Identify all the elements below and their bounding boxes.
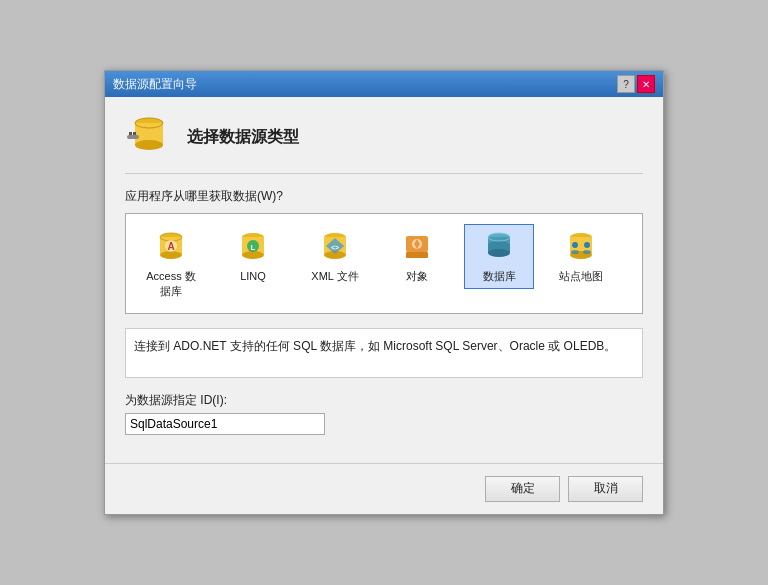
dialog-body: 选择数据源类型 应用程序从哪里获取数据(W)? A bbox=[105, 97, 663, 463]
dialog-title: 数据源配置向导 bbox=[113, 76, 197, 93]
xml-label: XML 文件 bbox=[311, 269, 358, 283]
svg-rect-5 bbox=[129, 132, 132, 135]
cancel-button[interactable]: 取消 bbox=[568, 476, 643, 502]
database-icon bbox=[481, 229, 517, 265]
header-icon bbox=[125, 113, 173, 161]
datasource-object[interactable]: 对象 bbox=[382, 224, 452, 288]
svg-point-39 bbox=[583, 250, 591, 254]
datasource-grid: A Access 数据库 L LINQ bbox=[125, 213, 643, 314]
id-section: 为数据源指定 ID(I): bbox=[125, 392, 643, 435]
xml-icon: <> bbox=[317, 229, 353, 265]
description-text: 连接到 ADO.NET 支持的任何 SQL 数据库，如 Microsoft SQ… bbox=[134, 339, 616, 353]
datasource-database[interactable]: 数据库 bbox=[464, 224, 534, 288]
svg-point-2 bbox=[135, 140, 163, 150]
linq-icon: L bbox=[235, 229, 271, 265]
close-button[interactable]: ✕ bbox=[637, 75, 655, 93]
title-bar-buttons: ? ✕ bbox=[617, 75, 655, 93]
datasource-access[interactable]: A Access 数据库 bbox=[136, 224, 206, 303]
object-label: 对象 bbox=[406, 269, 428, 283]
datasource-xml[interactable]: <> XML 文件 bbox=[300, 224, 370, 288]
footer: 确定 取消 bbox=[105, 463, 663, 514]
id-input[interactable] bbox=[125, 413, 325, 435]
svg-text:<>: <> bbox=[331, 244, 339, 251]
datasource-linq[interactable]: L LINQ bbox=[218, 224, 288, 288]
main-dialog: 数据源配置向导 ? ✕ bbox=[104, 70, 664, 515]
svg-point-31 bbox=[488, 249, 510, 257]
svg-rect-6 bbox=[133, 132, 136, 135]
svg-rect-4 bbox=[127, 135, 139, 139]
svg-rect-24 bbox=[406, 252, 428, 258]
section-label: 应用程序从哪里获取数据(W)? bbox=[125, 188, 643, 205]
access-label: Access 数据库 bbox=[141, 269, 201, 298]
svg-text:L: L bbox=[251, 243, 256, 252]
access-icon: A bbox=[153, 229, 189, 265]
database-label: 数据库 bbox=[483, 269, 516, 283]
object-icon bbox=[399, 229, 435, 265]
svg-text:A: A bbox=[167, 241, 174, 252]
title-bar: 数据源配置向导 ? ✕ bbox=[105, 71, 663, 97]
sitemap-icon bbox=[563, 229, 599, 265]
svg-point-36 bbox=[572, 242, 578, 248]
id-field-label: 为数据源指定 ID(I): bbox=[125, 392, 643, 409]
description-box: 连接到 ADO.NET 支持的任何 SQL 数据库，如 Microsoft SQ… bbox=[125, 328, 643, 378]
linq-label: LINQ bbox=[240, 269, 266, 283]
svg-point-9 bbox=[160, 251, 182, 259]
svg-point-15 bbox=[242, 251, 264, 259]
svg-point-38 bbox=[571, 250, 579, 254]
sitemap-label: 站点地图 bbox=[559, 269, 603, 283]
header-section: 选择数据源类型 bbox=[125, 113, 643, 174]
confirm-button[interactable]: 确定 bbox=[485, 476, 560, 502]
datasource-sitemap[interactable]: 站点地图 bbox=[546, 224, 616, 288]
header-title: 选择数据源类型 bbox=[187, 127, 299, 148]
svg-point-37 bbox=[584, 242, 590, 248]
help-button[interactable]: ? bbox=[617, 75, 635, 93]
